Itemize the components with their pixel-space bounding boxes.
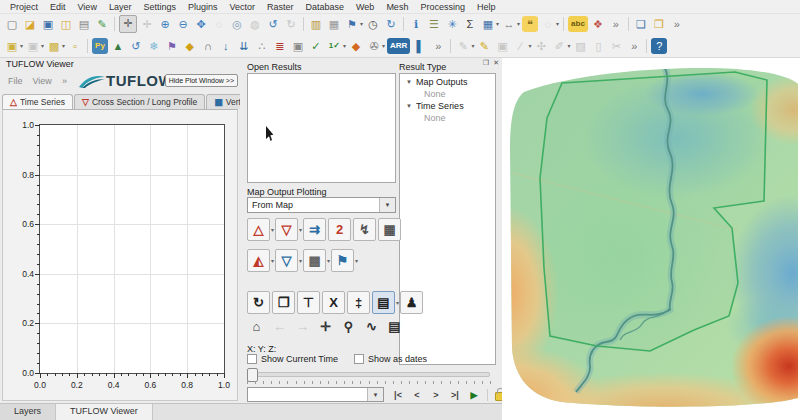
vertex-tool-dropdown-icon[interactable]: ▾ bbox=[567, 42, 570, 49]
decorations-icon[interactable]: ❖ bbox=[590, 16, 606, 32]
map-canvas[interactable] bbox=[502, 57, 800, 420]
map-tips-icon[interactable]: ❝ bbox=[522, 16, 538, 32]
menu-mesh[interactable]: Mesh bbox=[380, 2, 414, 12]
point-cloud-tool-icon[interactable]: ∴ bbox=[254, 38, 270, 54]
browser-add-layer-icon[interactable]: ❐ bbox=[651, 16, 667, 32]
style-manager-icon[interactable]: ✎ bbox=[94, 16, 110, 32]
next-timestep-button[interactable]: > bbox=[430, 390, 442, 400]
zoom-out-icon[interactable]: ⊖ bbox=[175, 16, 191, 32]
checkbox-show-current-time[interactable]: Show Current Time bbox=[247, 354, 338, 364]
toolbar-extension-2-icon[interactable]: » bbox=[669, 16, 685, 32]
identify-features-icon[interactable]: ℹ bbox=[408, 16, 424, 32]
plot-3d-cross-section-dropdown-icon[interactable]: ▾ bbox=[299, 257, 302, 264]
shield-plugin-icon[interactable]: ⚑ bbox=[164, 38, 180, 54]
toggle-legend-icon[interactable]: ▤ bbox=[372, 291, 395, 314]
plot-vertical-profile-options-icon[interactable]: ⚑ bbox=[331, 249, 354, 272]
tab-cross-section-long-profile[interactable]: ▽Cross Section / Long Profile bbox=[74, 94, 205, 109]
deselect-features-icon[interactable]: ▫ bbox=[67, 38, 83, 54]
tree-item-map-outputs[interactable]: ▼Map Outputs bbox=[400, 76, 495, 88]
pan-map-icon[interactable]: ✛ bbox=[119, 15, 137, 33]
play-through-timesteps-button[interactable]: ▶ bbox=[468, 390, 480, 400]
tuflow-menu-file[interactable]: File bbox=[8, 76, 23, 86]
save-project-icon[interactable]: ▣ bbox=[40, 16, 56, 32]
temporal-controller-icon[interactable]: ◷ bbox=[365, 16, 381, 32]
select-by-expression-icon[interactable]: ▩ bbox=[46, 38, 62, 54]
screenshot-tool-icon[interactable]: ▣ bbox=[290, 38, 306, 54]
plot-zoom-icon[interactable]: ⚲ bbox=[339, 317, 358, 336]
previous-timestep-button[interactable]: < bbox=[411, 390, 423, 400]
first-timestep-button[interactable]: |< bbox=[392, 390, 404, 400]
combo-arrow-icon[interactable]: ▼ bbox=[379, 198, 395, 212]
menu-edit[interactable]: Edit bbox=[44, 2, 72, 12]
new-project-icon[interactable]: ▢ bbox=[4, 16, 20, 32]
toggle-legend-dropdown-icon[interactable]: ▾ bbox=[396, 299, 399, 306]
tree-expand-icon[interactable]: ▼ bbox=[406, 79, 412, 85]
zoom-in-icon[interactable]: ⊕ bbox=[157, 16, 173, 32]
plot-save-icon[interactable]: ▤ bbox=[385, 317, 404, 336]
select-by-expression-dropdown-icon[interactable]: ▾ bbox=[62, 42, 65, 49]
refresh-map-icon[interactable]: ↻ bbox=[383, 16, 399, 32]
clear-plot-icon[interactable]: ❐ bbox=[272, 291, 295, 314]
plot-cross-section-from-map-dropdown-icon[interactable]: ▾ bbox=[299, 226, 302, 233]
timestep-combo-arrow-icon[interactable]: ▼ bbox=[367, 388, 383, 401]
menu-layer[interactable]: Layer bbox=[103, 2, 138, 12]
menu-processing[interactable]: Processing bbox=[414, 2, 471, 12]
zoom-last-icon[interactable]: ↺ bbox=[265, 16, 281, 32]
tuflow-check-files-1d-dropdown-icon[interactable]: ▾ bbox=[343, 42, 346, 49]
menu-web[interactable]: Web bbox=[350, 2, 380, 12]
open-attribute-table-dropdown-icon[interactable]: ▾ bbox=[496, 20, 499, 27]
tuflow-menu-view[interactable]: View bbox=[33, 76, 52, 86]
menu-help[interactable]: Help bbox=[471, 2, 502, 12]
select-features-icon[interactable]: ▣ bbox=[4, 38, 20, 54]
search-locator-dropdown-icon[interactable]: ▾ bbox=[556, 20, 559, 27]
attachments-tool-icon[interactable]: ✇ bbox=[366, 38, 382, 54]
help-icon[interactable]: ? bbox=[651, 38, 667, 54]
layout-manager-icon[interactable]: ▦ bbox=[326, 16, 342, 32]
panel-tab-tuflow-viewer[interactable]: TUFLOW Viewer bbox=[56, 404, 153, 420]
freeze-x-axis-icon[interactable]: X bbox=[322, 291, 345, 314]
label-toolbar-icon[interactable]: abc bbox=[568, 16, 588, 32]
plot-curtain-icon[interactable]: ▩ bbox=[303, 249, 326, 272]
tree-item-time-series[interactable]: ▼Time Series bbox=[400, 100, 495, 112]
toggle-editing-icon[interactable]: ✎ bbox=[476, 38, 492, 54]
tuflow-menu-more[interactable]: » bbox=[62, 76, 67, 86]
save-project-as-icon[interactable]: ◫ bbox=[58, 16, 74, 32]
toolbar-extension-4-icon[interactable]: » bbox=[626, 38, 642, 54]
spatial-bookmarks-dropdown-icon[interactable]: ▾ bbox=[360, 20, 363, 27]
freeze-axis-icon[interactable]: ⊤ bbox=[297, 291, 320, 314]
cursor-tracking-icon[interactable]: ↯ bbox=[353, 218, 376, 241]
dock-float-button[interactable]: ❐ bbox=[483, 59, 489, 67]
menu-settings[interactable]: Settings bbox=[137, 2, 182, 12]
tuflow-check-files-icon[interactable]: ✓ bbox=[308, 38, 324, 54]
plot-3d-timeseries-icon[interactable]: ◭ bbox=[247, 249, 270, 272]
toolbar-extension-1-icon[interactable]: » bbox=[608, 16, 624, 32]
checkbox-show-current-time-box[interactable] bbox=[247, 354, 257, 364]
add-feature-dropdown-icon[interactable]: ▾ bbox=[528, 42, 531, 49]
freeze-y-axis-icon[interactable]: ‡ bbox=[347, 291, 370, 314]
import-tool-icon[interactable]: ↓ bbox=[218, 38, 234, 54]
tree-item-time-series-child[interactable]: None bbox=[400, 112, 495, 124]
mesh-tools-icon[interactable]: ❄ bbox=[146, 38, 162, 54]
checkbox-show-as-dates[interactable]: Show as dates bbox=[354, 354, 427, 364]
plot-source-combobox[interactable]: From Map ▼ bbox=[247, 197, 396, 213]
menu-database[interactable]: Database bbox=[300, 2, 351, 12]
plot-3d-timeseries-dropdown-icon[interactable]: ▾ bbox=[271, 257, 274, 264]
profile-tool-icon[interactable]: ≣ bbox=[272, 38, 288, 54]
result-type-tree[interactable]: ▼Map OutputsNone▼Time SeriesNone bbox=[399, 73, 496, 365]
attachments-tool-dropdown-icon[interactable]: ▾ bbox=[382, 42, 385, 49]
open-attribute-table-icon[interactable]: ▦ bbox=[480, 16, 496, 32]
spatial-bookmarks-icon[interactable]: ⚑ bbox=[344, 16, 360, 32]
plot-timeseries-from-map-icon[interactable]: △ bbox=[247, 218, 270, 241]
tab-time-series[interactable]: △Time Series bbox=[2, 94, 73, 109]
measure-line-icon[interactable]: ↔ bbox=[501, 16, 517, 32]
menu-vector[interactable]: Vector bbox=[223, 2, 261, 12]
show-table-icon[interactable]: ▦ bbox=[378, 218, 401, 241]
tuflow-manual-icon[interactable]: ▌ bbox=[412, 38, 428, 54]
processing-toolbox-icon[interactable]: ✳ bbox=[444, 16, 460, 32]
plot-cross-section-from-map-icon[interactable]: ▽ bbox=[275, 218, 298, 241]
toolbar-extension-3-icon[interactable]: » bbox=[430, 38, 446, 54]
plot-timeseries-from-map-dropdown-icon[interactable]: ▾ bbox=[271, 226, 274, 233]
time-slider[interactable] bbox=[247, 367, 490, 379]
sum-features-icon[interactable]: Σ bbox=[462, 16, 478, 32]
measure-line-dropdown-icon[interactable]: ▾ bbox=[517, 20, 520, 27]
